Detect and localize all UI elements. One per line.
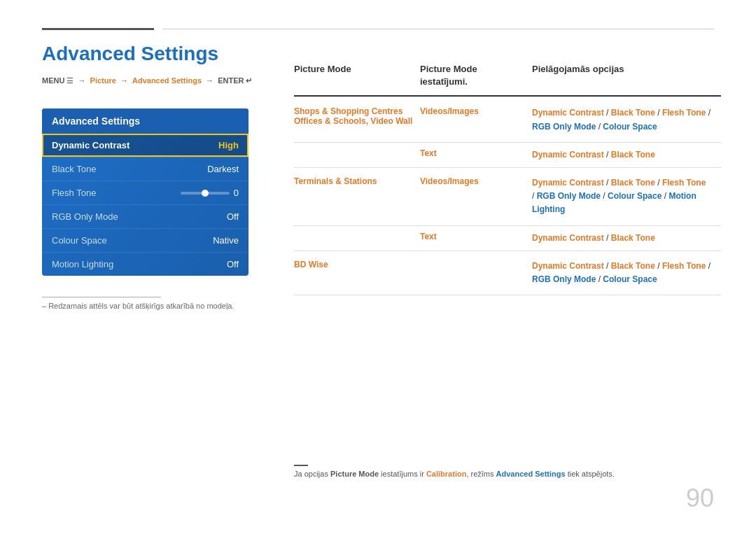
td-mode-shops: Shops & Shopping Centres Offices & Schoo… — [294, 106, 420, 126]
right-panel: Picture Mode Picture Modeiestatījumi. Pi… — [294, 63, 721, 295]
flesh-tone-slider-container[interactable]: 0 — [181, 188, 239, 198]
row-label-colour-space: Colour Space — [52, 235, 107, 246]
breadcrumb-enter: ENTER ↵ — [218, 76, 252, 85]
settings-row-rgb-only[interactable]: RGB Only Mode Off — [42, 204, 248, 228]
settings-row-motion-lighting[interactable]: Motion Lighting Off — [42, 252, 248, 276]
row-value-rgb-only: Off — [227, 211, 239, 222]
settings-row-dynamic-contrast[interactable]: Dynamic Contrast High — [42, 134, 248, 157]
th-picture-mode: Picture Mode — [294, 63, 420, 88]
top-rule — [42, 28, 714, 30]
td-type-shops-videos: Videos/Images — [420, 106, 532, 116]
table-row-terminals-videos: Terminals & Stations Videos/Images Dynam… — [294, 168, 721, 226]
row-label-rgb-only: RGB Only Mode — [52, 211, 118, 222]
row-label-motion-lighting: Motion Lighting — [52, 259, 113, 269]
settings-box-title: Advanced Settings — [42, 108, 248, 134]
settings-panel: Advanced Settings Dynamic Contrast High … — [42, 108, 248, 310]
table-header: Picture Mode Picture Modeiestatījumi. Pi… — [294, 63, 721, 97]
td-options-shops-text: Dynamic Contrast / Black Tone — [532, 148, 721, 162]
th-picture-mode-settings: Picture Modeiestatījumi. — [420, 63, 532, 88]
settings-row-flesh-tone[interactable]: Flesh Tone 0 — [42, 181, 248, 204]
row-value-colour-space: Native — [213, 235, 239, 246]
row-value-flesh-tone: 0 — [234, 188, 239, 198]
bottom-note: Ja opcijas Picture Mode iestatījums ir C… — [294, 465, 721, 478]
row-label-flesh-tone: Flesh Tone — [52, 188, 96, 198]
settings-box: Advanced Settings Dynamic Contrast High … — [42, 108, 248, 276]
row-value-black-tone: Darkest — [207, 164, 239, 174]
row-label-black-tone: Black Tone — [52, 164, 96, 174]
row-label-dynamic-contrast: Dynamic Contrast — [52, 140, 130, 150]
row-value-motion-lighting: Off — [227, 259, 239, 269]
page-number: 90 — [686, 484, 714, 513]
td-options-terminals-videos: Dynamic Contrast / Black Tone / Flesh To… — [532, 176, 721, 217]
page-title: Advanced Settings — [42, 43, 714, 65]
settings-row-colour-space[interactable]: Colour Space Native — [42, 228, 248, 252]
table-row-shops-videos: Shops & Shopping Centres Offices & Schoo… — [294, 98, 721, 142]
table-row-bdwise: BD Wise Dynamic Contrast / Black Tone / … — [294, 251, 721, 295]
td-options-shops-videos: Dynamic Contrast / Black Tone / Flesh To… — [532, 106, 721, 133]
table-row-shops-text: Text Dynamic Contrast / Black Tone — [294, 143, 721, 168]
td-type-terminals-text: Text — [420, 232, 532, 241]
td-type-shops-text: Text — [420, 148, 532, 158]
note-text: Ja opcijas Picture Mode iestatījums ir C… — [294, 470, 615, 478]
td-type-terminals-videos: Videos/Images — [420, 176, 532, 186]
slider-thumb — [202, 190, 209, 197]
td-options-terminals-text: Dynamic Contrast / Black Tone — [532, 232, 721, 245]
left-note: – Redzamais attēls var būt atšķirīgs atk… — [42, 297, 248, 310]
left-note-text: – Redzamais attēls var būt atšķirīgs atk… — [42, 302, 234, 310]
breadcrumb-advanced: Advanced Settings — [132, 76, 202, 85]
td-mode-bdwise: BD Wise — [294, 260, 420, 269]
table-row-terminals-text: Text Dynamic Contrast / Black Tone — [294, 226, 721, 251]
settings-row-black-tone[interactable]: Black Tone Darkest — [42, 157, 248, 181]
slider-track[interactable] — [181, 192, 230, 195]
td-mode-terminals: Terminals & Stations — [294, 176, 420, 186]
row-value-dynamic-contrast: High — [218, 140, 239, 150]
td-options-bdwise: Dynamic Contrast / Black Tone / Flesh To… — [532, 260, 721, 286]
breadcrumb-picture: Picture — [90, 76, 116, 85]
breadcrumb-menu-icon: ☰ — [66, 76, 76, 85]
th-options: Pielāgojamās opcijas — [532, 63, 721, 88]
breadcrumb-menu: MENU — [42, 76, 64, 85]
